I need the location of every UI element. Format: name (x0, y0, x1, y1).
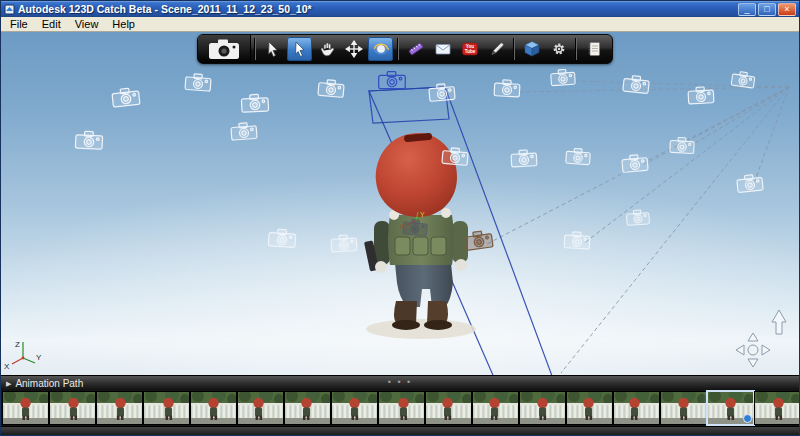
email-share-button[interactable] (430, 37, 455, 61)
frame-photo (379, 392, 424, 424)
animation-frame-thumbnail[interactable] (379, 392, 424, 424)
frame-photo (661, 392, 706, 424)
sketch-tool-button[interactable] (484, 37, 509, 61)
camera-marker[interactable] (75, 131, 102, 149)
frame-thumbnail-strip[interactable] (1, 390, 799, 426)
animation-frame-thumbnail[interactable] (238, 392, 283, 424)
menu-bar: File Edit View Help (1, 17, 799, 32)
panel-expander-icon[interactable]: ▶ (6, 380, 11, 387)
title-bar[interactable]: Autodesk 123D Catch Beta - Scene_2011_11… (1, 1, 799, 17)
select-tool-button[interactable] (260, 37, 285, 61)
camera-marker[interactable] (564, 231, 590, 248)
animation-frame-thumbnail[interactable] (614, 392, 659, 424)
menu-file[interactable]: File (3, 18, 35, 30)
move-tool-button[interactable] (341, 37, 366, 61)
camera-marker[interactable] (736, 174, 763, 193)
camera-link-line (753, 87, 789, 186)
camera-marker[interactable] (688, 86, 714, 103)
camera-marker[interactable] (268, 229, 296, 248)
camera-marker[interactable] (231, 122, 257, 140)
move-arrows-icon (345, 40, 363, 58)
menu-edit[interactable]: Edit (35, 18, 68, 30)
measure-tool-button[interactable] (403, 37, 428, 61)
scene-canvas[interactable]: Y X Z Y X (1, 32, 799, 375)
animation-frame-thumbnail[interactable] (426, 392, 471, 424)
camera-marker[interactable] (511, 149, 537, 166)
animation-frame-thumbnail[interactable] (708, 392, 753, 424)
camera-marker[interactable] (379, 72, 406, 89)
viewport-3d[interactable]: Y X Z Y X (1, 32, 799, 375)
frame-photo (97, 392, 142, 424)
animation-frame-thumbnail[interactable] (567, 392, 612, 424)
camera-marker[interactable] (494, 79, 520, 96)
camera-marker[interactable] (623, 75, 650, 94)
camera-marker[interactable] (112, 87, 140, 107)
window-title: Autodesk 123D Catch Beta - Scene_2011_11… (18, 3, 312, 15)
youtube-share-button[interactable]: You Tube (457, 37, 482, 61)
frame-photo (285, 392, 330, 424)
capture-photo-button[interactable] (198, 35, 251, 63)
close-button[interactable]: × (778, 3, 796, 16)
animation-frame-thumbnail[interactable] (144, 392, 189, 424)
pan-tool-button[interactable] (314, 37, 339, 61)
animation-frame-thumbnail[interactable] (50, 392, 95, 424)
orbit-tool-button[interactable] (368, 37, 393, 61)
toolbar-separator (513, 38, 515, 60)
menu-help[interactable]: Help (105, 18, 142, 30)
animation-frame-thumbnail[interactable] (755, 392, 799, 424)
orbit-icon (372, 40, 390, 58)
main-toolbar: You Tube (197, 34, 613, 64)
notes-button[interactable] (581, 37, 606, 61)
orbit-select-tool-button[interactable] (287, 37, 312, 61)
ground-patch (366, 319, 476, 339)
animation-frame-thumbnail[interactable] (97, 392, 142, 424)
animation-frame-thumbnail[interactable] (520, 392, 565, 424)
camera-marker[interactable] (566, 148, 591, 165)
ruler-icon (407, 40, 425, 58)
camera-marker[interactable] (550, 69, 575, 86)
right-sole (424, 320, 452, 330)
frame-photo (755, 392, 799, 424)
app-window: Autodesk 123D Catch Beta - Scene_2011_11… (0, 0, 800, 436)
camera-marker[interactable] (429, 83, 456, 101)
toolbar-separator (254, 38, 256, 60)
export-3d-button[interactable] (519, 37, 544, 61)
frame-photo (238, 392, 283, 424)
vest-pouch (413, 237, 428, 255)
panel-resize-grip[interactable]: • • • (388, 377, 412, 387)
camera-marker[interactable] (731, 71, 755, 88)
navigation-compass[interactable] (736, 310, 786, 367)
frame-photo (144, 392, 189, 424)
frame-photo (191, 392, 236, 424)
camera-marker[interactable] (331, 234, 357, 251)
animation-frame-thumbnail[interactable] (473, 392, 518, 424)
toolbar-separator (397, 38, 399, 60)
envelope-icon (434, 40, 452, 58)
camera-marker[interactable] (626, 209, 649, 225)
cube-icon (523, 40, 541, 58)
frame-photo (50, 392, 95, 424)
settings-button[interactable] (546, 37, 571, 61)
toolbar-separator (575, 38, 577, 60)
animation-path-title: Animation Path (15, 378, 83, 389)
pan-up-arrow[interactable] (772, 310, 786, 334)
frame-photo (473, 392, 518, 424)
camera-marker[interactable] (464, 230, 493, 251)
axis-z-label: Z (15, 340, 20, 349)
animation-frame-thumbnail[interactable] (661, 392, 706, 424)
menu-view[interactable]: View (68, 18, 106, 30)
animation-frame-thumbnail[interactable] (3, 392, 48, 424)
animation-frame-thumbnail[interactable] (285, 392, 330, 424)
minimize-button[interactable]: _ (738, 3, 756, 16)
bottom-status-bar (1, 426, 799, 435)
camera-marker[interactable] (318, 79, 345, 97)
camera-marker[interactable] (670, 137, 695, 154)
animation-frame-thumbnail[interactable] (332, 392, 377, 424)
hand-pan-icon (318, 40, 336, 58)
camera-marker[interactable] (241, 94, 268, 112)
camera-marker[interactable] (185, 73, 211, 91)
orbit-ring[interactable] (736, 333, 770, 367)
maximize-button[interactable]: □ (758, 3, 776, 16)
animation-frame-thumbnail[interactable] (191, 392, 236, 424)
camera-marker[interactable] (622, 154, 649, 172)
